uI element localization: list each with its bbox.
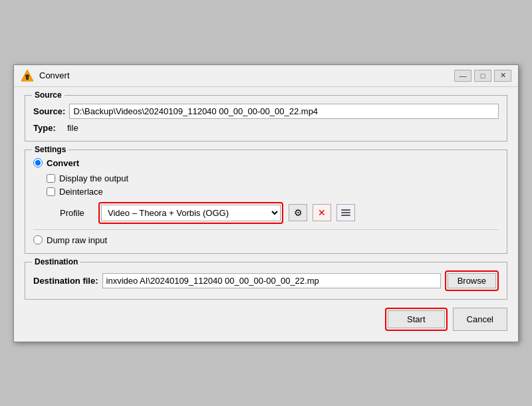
type-value: file — [67, 123, 78, 133]
settings-group: Settings Convert Display the output Dein… — [25, 150, 507, 254]
dump-raw-radio[interactable] — [33, 235, 43, 245]
profile-row: Profile Video – Theora + Vorbis (OGG) Vi… — [60, 202, 499, 224]
svg-rect-4 — [341, 212, 350, 213]
start-button[interactable]: Start — [388, 310, 444, 328]
source-field-label: Source: — [33, 106, 65, 116]
maximize-button[interactable]: □ — [474, 70, 491, 82]
settings-group-label: Settings — [32, 145, 68, 154]
convert-radio-row: Convert — [33, 158, 499, 168]
close-button[interactable]: ✕ — [494, 70, 511, 82]
window-title: Convert — [39, 70, 70, 80]
title-bar-left: Convert — [21, 69, 70, 82]
deinterlace-label: Deinterlace — [59, 187, 103, 197]
source-input[interactable] — [69, 104, 499, 119]
dest-file-input[interactable] — [102, 273, 441, 288]
deinterlace-checkbox[interactable] — [47, 187, 55, 196]
dump-raw-label: Dump raw input — [47, 235, 107, 245]
browse-wrapper: Browse — [445, 270, 499, 291]
convert-options: Display the output Deinterlace Profile V… — [47, 173, 499, 224]
dump-raw-row: Dump raw input — [33, 235, 499, 245]
display-output-label: Display the output — [59, 173, 128, 183]
svg-point-2 — [25, 74, 29, 77]
display-output-row: Display the output — [47, 173, 499, 183]
type-row: Type: file — [33, 123, 499, 133]
deinterlace-row: Deinterlace — [47, 187, 499, 197]
source-group: Source Source: Type: file — [25, 95, 507, 142]
start-wrapper: Start — [385, 308, 447, 331]
title-bar: Convert — □ ✕ — [14, 65, 518, 87]
settings-separator — [33, 229, 499, 230]
profile-label: Profile — [60, 208, 93, 218]
cancel-button[interactable]: Cancel — [453, 308, 507, 331]
profile-dropdown-wrapper: Video – Theora + Vorbis (OGG) Video – H.… — [98, 202, 283, 224]
destination-group: Destination Destination file: Browse — [25, 262, 507, 300]
main-content: Source Source: Type: file Settings Conve… — [14, 87, 518, 342]
dest-file-label: Destination file: — [33, 276, 98, 286]
title-buttons: — □ ✕ — [454, 70, 511, 82]
minimize-button[interactable]: — — [454, 70, 471, 82]
source-group-label: Source — [32, 90, 65, 100]
convert-window: Convert — □ ✕ Source Source: Type: file … — [13, 64, 519, 342]
convert-radio[interactable] — [33, 158, 43, 167]
destination-group-label: Destination — [32, 257, 80, 266]
convert-radio-label: Convert — [47, 158, 79, 168]
svg-rect-3 — [341, 209, 350, 211]
profile-delete-button[interactable]: ✕ — [313, 204, 331, 221]
settings-content: Convert Display the output Deinterlace P… — [33, 158, 499, 245]
profile-edit-button[interactable] — [336, 204, 355, 221]
profile-settings-button[interactable]: ⚙ — [289, 204, 307, 221]
svg-rect-5 — [341, 215, 350, 216]
source-row: Source: — [33, 104, 499, 119]
destination-row: Destination file: Browse — [33, 270, 499, 291]
display-output-checkbox[interactable] — [47, 174, 55, 183]
browse-button[interactable]: Browse — [448, 273, 496, 288]
profile-select[interactable]: Video – Theora + Vorbis (OGG) Video – H.… — [101, 205, 281, 221]
vlc-logo-icon — [21, 69, 34, 82]
bottom-buttons: Start Cancel — [25, 308, 507, 331]
type-label: Type: — [33, 123, 63, 133]
